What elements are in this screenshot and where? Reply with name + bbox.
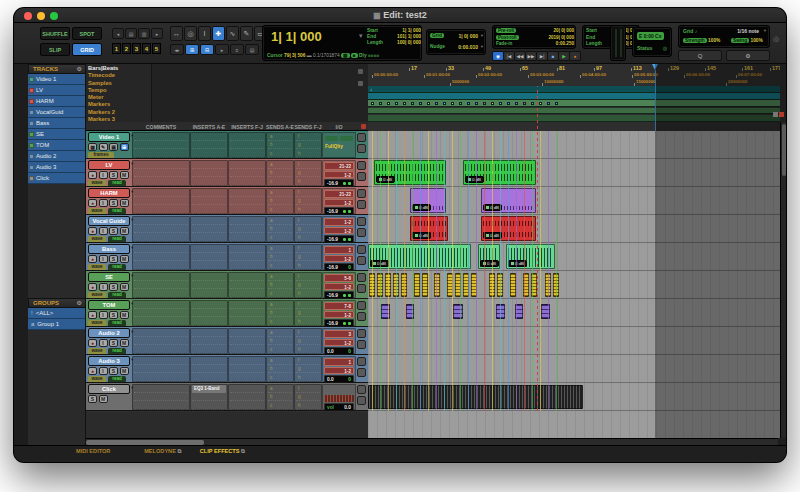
track-name-box[interactable]: Vocal Guide (88, 216, 130, 226)
mute-button[interactable]: M (120, 339, 129, 347)
volume-display[interactable]: -16.9 (324, 207, 354, 215)
view-selector[interactable]: wave (88, 208, 106, 215)
insert-slot[interactable] (230, 161, 264, 169)
volume-display[interactable]: -16.9 (324, 179, 354, 187)
inserts-a-e-cell[interactable] (190, 160, 228, 186)
send-slot[interactable]: c (268, 402, 292, 410)
output-path-selector[interactable]: 1-2 (324, 227, 354, 235)
ruler-name-meter[interactable]: Meter (88, 94, 103, 100)
inserts-f-j-cell[interactable] (228, 132, 266, 158)
pan-indicator[interactable]: 0 (348, 348, 351, 355)
insert-slot[interactable] (192, 273, 226, 281)
ruler-name-markers-3[interactable]: Markers 3 (88, 116, 115, 122)
mute-button[interactable]: M (99, 395, 108, 403)
send-slot[interactable]: f (296, 133, 320, 141)
insert-slot[interactable] (230, 346, 264, 354)
send-slot[interactable]: f (296, 245, 320, 253)
sends-a-e-cell[interactable]: abc (266, 216, 294, 242)
comments-cell[interactable] (132, 384, 190, 410)
sends-a-e-cell[interactable]: abc (266, 160, 294, 186)
send-slot[interactable]: h (296, 290, 320, 298)
pan-indicator[interactable] (341, 180, 351, 187)
output-path-selector[interactable]: 1-2 (324, 199, 354, 207)
track-options-button[interactable] (357, 396, 366, 405)
inserts-a-e-cell[interactable] (190, 216, 228, 242)
send-slot[interactable]: g (296, 393, 320, 401)
insert-slot[interactable] (230, 206, 264, 214)
view-selector[interactable]: wave (88, 348, 106, 355)
mute-button[interactable]: M (120, 227, 129, 235)
groups-panel-header[interactable]: GROUPS⚙ (28, 298, 86, 308)
preroll-label[interactable]: Pre-roll (496, 28, 516, 33)
track-options-button[interactable] (357, 340, 366, 349)
video-blue-button[interactable]: ⊞ (120, 143, 129, 151)
send-slot[interactable]: g (296, 281, 320, 289)
send-slot[interactable]: g (296, 141, 320, 149)
record-arm-button[interactable]: ● (88, 227, 97, 235)
zoom-vertical-icon[interactable]: ▥ (138, 28, 150, 39)
comments-cell[interactable] (132, 160, 190, 186)
track-options-button[interactable] (357, 200, 366, 209)
comments-cell[interactable] (132, 216, 190, 242)
inserts-f-j-cell[interactable] (228, 356, 266, 382)
volume-display[interactable]: -16.9 (324, 235, 354, 243)
io-cell[interactable]: vol0.0 (322, 384, 356, 410)
insert-slot[interactable] (230, 402, 264, 410)
send-slot[interactable]: c (268, 234, 292, 242)
insert-slot[interactable] (230, 365, 264, 373)
volume-display[interactable]: -16.9 (324, 291, 354, 299)
track-name-box[interactable]: Audio 2 (88, 328, 130, 338)
sends-f-j-cell[interactable]: fgh (294, 356, 322, 382)
selector-tool[interactable]: I (198, 26, 211, 41)
sends-f-j-cell[interactable]: fgh (294, 328, 322, 354)
solo-button[interactable]: S (109, 311, 118, 319)
counter-dropdown-icon[interactable]: ▾ (359, 32, 363, 40)
insert-slot[interactable] (230, 318, 264, 326)
marker-dot[interactable] (403, 102, 407, 106)
markers-2-ruler[interactable] (368, 108, 780, 115)
mode-button-shuffle[interactable]: SHUFFLE (40, 27, 70, 40)
sends-a-e-cell[interactable]: abc (266, 272, 294, 298)
inserts-f-j-cell[interactable] (228, 328, 266, 354)
sends-a-e-cell[interactable]: abc (266, 356, 294, 382)
output-path-selector[interactable]: 1-2 (324, 311, 354, 319)
send-slot[interactable]: c (268, 318, 292, 326)
send-slot[interactable]: b (268, 141, 292, 149)
solo-button[interactable]: S (109, 283, 118, 291)
track-options-button[interactable] (357, 228, 366, 237)
insert-slot[interactable] (192, 206, 226, 214)
insert-slot[interactable] (230, 217, 264, 225)
send-slot[interactable]: a (268, 189, 292, 197)
input-path-selector[interactable]: 1 (324, 358, 354, 366)
send-slot[interactable]: b (268, 197, 292, 205)
zoom-preset-button-1[interactable]: 1 (112, 43, 121, 54)
insert-slot[interactable] (230, 197, 264, 205)
marker-dot[interactable] (467, 102, 471, 106)
grid-note-value[interactable]: 1/16 note (737, 28, 759, 34)
insert-slot[interactable] (230, 385, 264, 393)
main-counter[interactable]: 1| 1| 000 (271, 29, 322, 44)
insert-slot[interactable] (230, 178, 264, 186)
send-slot[interactable]: f (296, 217, 320, 225)
volume-display[interactable]: 0.00 (324, 375, 354, 383)
automation-mode-button[interactable]: read (108, 208, 126, 215)
pencil-tool[interactable]: ✎ (240, 26, 253, 41)
pan-indicator[interactable]: 0 (348, 376, 351, 383)
insert-slot[interactable] (230, 301, 264, 309)
record-arm-button[interactable]: ● (88, 283, 97, 291)
input-monitor-button[interactable]: I (99, 311, 108, 319)
insert-slot[interactable] (192, 262, 226, 270)
zoom-preset-button-4[interactable]: 4 (142, 43, 151, 54)
sends-f-j-cell[interactable]: fgh (294, 188, 322, 214)
sends-a-e-cell[interactable]: abc (266, 328, 294, 354)
send-slot[interactable]: a (268, 161, 292, 169)
view-selector[interactable]: wave (88, 292, 106, 299)
zoom-horizontal-icon[interactable]: ▤ (125, 28, 137, 39)
output-path-selector[interactable]: 1-2 (324, 171, 354, 179)
mode-button-spot[interactable]: SPOT (72, 27, 102, 40)
record-arm-button[interactable]: ● (88, 311, 97, 319)
send-slot[interactable]: h (296, 346, 320, 354)
track-freeze-button[interactable] (357, 133, 366, 142)
insert-slot[interactable] (230, 169, 264, 177)
marker-dot[interactable] (435, 102, 439, 106)
